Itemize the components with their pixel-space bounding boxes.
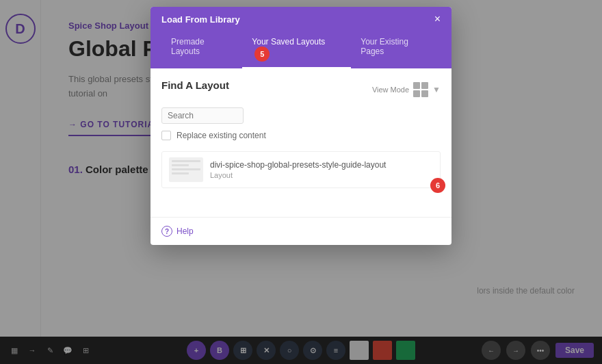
modal-header: Load From Library × <box>150 7 452 31</box>
layout-type: Layout <box>210 171 433 179</box>
step6-badge: 6 <box>430 178 445 193</box>
modal-tabs: Premade Layouts Your Saved Layouts 5 You… <box>150 31 452 68</box>
view-mode-row: Find A Layout View Mode ▼ <box>161 79 441 99</box>
find-layout-title: Find A Layout <box>161 79 229 91</box>
modal-footer: ? Help <box>150 217 452 245</box>
layout-name: divi-spice-shop-global-presets-style-gui… <box>210 160 433 170</box>
replace-checkbox[interactable] <box>161 131 171 140</box>
background-page: D Spice Shop Layout Pack Global Presets … <box>0 0 602 364</box>
modal-title: Load From Library <box>161 14 240 25</box>
step5-badge: 5 <box>254 47 270 62</box>
layout-info: divi-spice-shop-global-presets-style-gui… <box>210 160 433 179</box>
view-mode-toggle[interactable] <box>413 82 428 97</box>
modal-body: Find A Layout View Mode ▼ <box>150 68 452 217</box>
load-library-modal: Load From Library × Premade Layouts Your… <box>150 7 452 245</box>
layout-thumbnail <box>169 157 203 182</box>
tab-premade-layouts[interactable]: Premade Layouts <box>161 31 242 68</box>
replace-content-row: Replace existing content <box>161 131 441 140</box>
view-mode-label: View Mode ▼ <box>372 82 441 97</box>
modal-overlay: Load From Library × Premade Layouts Your… <box>0 0 602 364</box>
layout-item[interactable]: divi-spice-shop-global-presets-style-gui… <box>161 151 441 188</box>
layout-list: divi-spice-shop-global-presets-style-gui… <box>161 151 441 206</box>
modal-close-button[interactable]: × <box>434 14 441 25</box>
search-input[interactable] <box>161 107 244 124</box>
help-link[interactable]: ? Help <box>161 226 194 237</box>
replace-label: Replace existing content <box>176 131 266 140</box>
tab-your-saved-layouts[interactable]: Your Saved Layouts 5 <box>242 31 351 68</box>
help-icon: ? <box>161 226 172 237</box>
tab-your-existing-pages[interactable]: Your Existing Pages <box>351 31 441 68</box>
